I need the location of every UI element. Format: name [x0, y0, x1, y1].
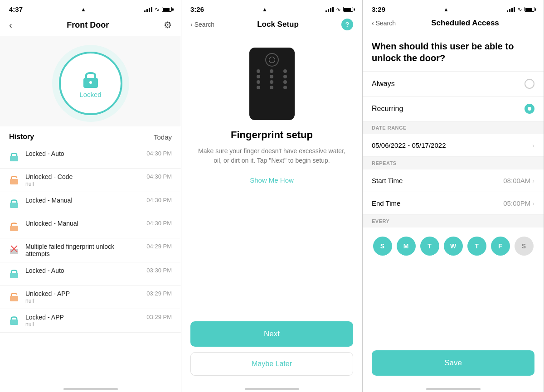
history-list-item: Unlocked - APP null 03:29 PM	[0, 286, 181, 309]
next-button[interactable]: Next	[190, 321, 353, 347]
time-1: 4:37	[9, 5, 23, 13]
history-item-content: Locked - APP null	[25, 314, 140, 328]
option-always-label: Always	[372, 80, 395, 88]
save-button[interactable]: Save	[372, 350, 534, 376]
device-image-area	[181, 34, 362, 129]
repeats-section-header: REPEATS	[363, 157, 544, 169]
history-list-item: Unlocked - Code null 04:30 PM	[0, 169, 181, 192]
setup-description: Make sure your finger doesn't have exces…	[195, 146, 349, 165]
option-recurring[interactable]: Recurring	[363, 97, 544, 121]
history-item-title: Unlocked - Code	[25, 173, 140, 180]
svg-rect-3	[10, 179, 18, 184]
signal-icon-2	[325, 7, 334, 12]
nav-bar-1: ‹ Front Door ⚙	[0, 16, 181, 36]
screen2-lock-setup: 3:26 ▲ ∿ ‹ Search Lock Setup ?	[181, 0, 363, 392]
history-label: History	[9, 133, 34, 141]
lock-circle-area[interactable]: Locked	[0, 36, 181, 126]
history-item-icon	[9, 268, 19, 281]
date-range-value: 05/06/2022 - 05/17/2022	[372, 141, 446, 149]
page-title-3: Scheduled Access	[396, 19, 534, 28]
start-time-row[interactable]: Start Time 08:00AM ›	[363, 169, 544, 192]
date-range-row[interactable]: 05/06/2022 - 05/17/2022 ›	[363, 134, 544, 157]
gear-icon-1[interactable]: ⚙	[164, 19, 172, 30]
day-circle[interactable]: S	[373, 237, 392, 256]
history-item-icon	[9, 244, 19, 256]
history-item-content: Unlocked - APP null	[25, 290, 140, 304]
status-bar-2: 3:26 ▲ ∿	[181, 0, 362, 16]
home-indicator-1	[0, 383, 181, 392]
day-circle[interactable]: T	[420, 237, 439, 256]
radio-recurring	[525, 104, 534, 114]
svg-point-1	[89, 81, 92, 84]
home-indicator-2	[181, 383, 362, 392]
show-me-how-link[interactable]: Show Me How	[181, 170, 362, 190]
start-time-chevron: ›	[532, 177, 534, 184]
fingerprint-sensor	[265, 53, 279, 67]
setup-title: Fingerprint setup	[195, 129, 349, 141]
history-item-title: Locked - APP	[25, 314, 140, 321]
end-time-value: 05:00PM ›	[503, 199, 534, 207]
lock-icon	[82, 69, 100, 89]
svg-rect-5	[10, 226, 18, 231]
nav-bar-3: ‹ Search Scheduled Access	[363, 16, 544, 31]
back-search-button-2[interactable]: ‹ Search	[190, 21, 214, 28]
history-list-item: Locked - Manual 04:30 PM	[0, 192, 181, 215]
date-range-section-header: DATE RANGE	[363, 121, 544, 134]
history-item-title: Locked - Auto	[25, 150, 140, 157]
day-circle[interactable]: F	[491, 237, 510, 256]
back-button-1[interactable]: ‹	[9, 20, 12, 30]
history-item-title: Unlocked - APP	[25, 290, 140, 297]
day-circle[interactable]: S	[515, 237, 534, 256]
lock-status-text: Locked	[79, 91, 101, 98]
day-circle[interactable]: M	[397, 237, 416, 256]
days-of-week: SMTWTFS	[363, 227, 544, 265]
svg-rect-9	[10, 273, 18, 278]
history-list-item: Locked - APP null 03:29 PM	[0, 309, 181, 333]
back-label-2: Search	[194, 21, 214, 28]
day-circle[interactable]: T	[467, 237, 486, 256]
chevron-left-icon-3: ‹	[372, 19, 374, 27]
page-title-2: Lock Setup	[214, 20, 341, 29]
page-title-1: Front Door	[67, 20, 109, 30]
history-list-item: Locked - Auto 04:30 PM	[0, 145, 181, 169]
help-button-2[interactable]: ?	[341, 19, 353, 30]
history-item-content: Locked - Auto	[25, 150, 140, 157]
start-time-label: Start Time	[372, 177, 403, 184]
back-search-button-3[interactable]: ‹ Search	[372, 19, 396, 27]
history-item-time: 03:30 PM	[146, 267, 172, 274]
question-text: When should this user be able to unlock …	[372, 40, 534, 64]
maybe-later-button[interactable]: Maybe Later	[190, 352, 353, 376]
history-item-time: 03:29 PM	[146, 314, 172, 320]
svg-rect-2	[10, 156, 18, 161]
screen1-front-door: 4:37 ▲ ∿ ‹ Front Door ⚙	[0, 0, 181, 392]
time-3: 3:29	[372, 5, 385, 13]
end-time-label: End Time	[372, 199, 400, 207]
nav-bar-2: ‹ Search Lock Setup ?	[181, 16, 362, 34]
battery-icon-1	[162, 7, 172, 12]
day-circle[interactable]: W	[444, 237, 463, 256]
history-item-time: 04:30 PM	[146, 220, 172, 227]
end-time-row[interactable]: End Time 05:00PM ›	[363, 192, 544, 215]
status-bar-1: 4:37 ▲ ∿	[0, 0, 181, 16]
location-icon-3: ▲	[443, 6, 449, 13]
keypad-device	[249, 48, 295, 120]
setup-text-area: Fingerprint setup Make sure your finger …	[181, 129, 362, 170]
svg-rect-10	[10, 296, 18, 301]
back-label-3: Search	[376, 19, 396, 27]
history-item-time: 04:29 PM	[146, 243, 172, 250]
screen3-scheduled-access: 3:29 ▲ ∿ ‹ Search Scheduled Access When …	[363, 0, 544, 392]
history-item-title: Locked - Auto	[25, 267, 140, 274]
history-item-sub: null	[25, 321, 140, 328]
signal-icon-1	[144, 7, 152, 12]
history-list-item: Locked - Auto 03:30 PM	[0, 262, 181, 286]
history-item-content: Locked - Manual	[25, 197, 140, 204]
history-item-content: Multiple failed fingerprint unlock attem…	[25, 243, 140, 257]
status-icons-1: ∿	[144, 6, 172, 13]
battery-icon-2	[343, 7, 353, 12]
history-item-title: Locked - Manual	[25, 197, 140, 204]
date-range-chevron: ›	[532, 142, 534, 149]
wifi-icon-3: ∿	[517, 6, 522, 13]
history-list: Locked - Auto 04:30 PM Unlocked - Code n…	[0, 145, 181, 383]
lock-outer-ring: Locked	[52, 45, 129, 122]
option-always[interactable]: Always	[363, 72, 544, 97]
